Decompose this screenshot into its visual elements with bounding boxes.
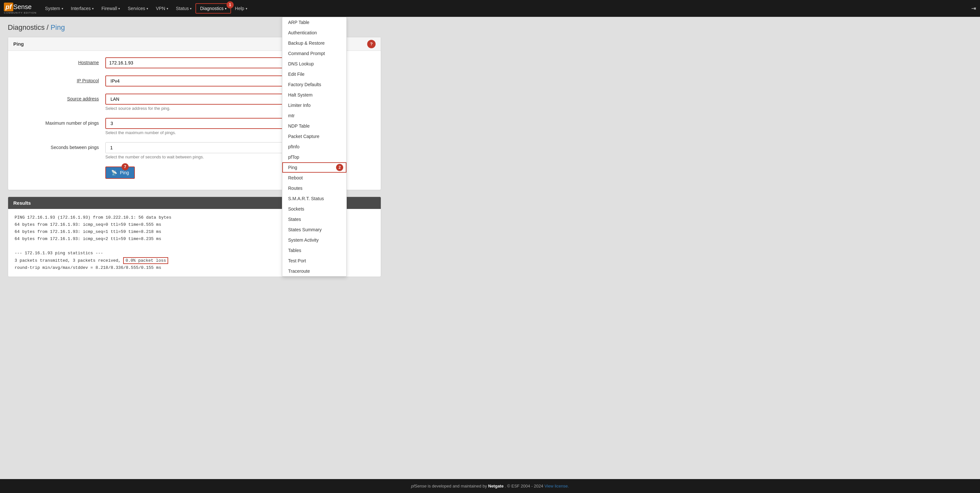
dropdown-states[interactable]: States	[282, 214, 347, 225]
chevron-down-icon: ▾	[190, 7, 191, 10]
dropdown-test-port[interactable]: Test Port	[282, 255, 347, 266]
chevron-down-icon: ▾	[118, 7, 120, 10]
dropdown-smart-status[interactable]: S.M.A.R.T. Status	[282, 193, 347, 204]
logout-button[interactable]: ⇥	[971, 5, 976, 12]
max-pings-select[interactable]: 3 5 10	[105, 118, 287, 129]
chevron-down-icon: ▾	[146, 7, 148, 10]
seconds-field-wrap: 1 2 5 Select the number of seconds to wa…	[105, 142, 287, 159]
seconds-pings-label: Seconds between pings	[14, 142, 105, 150]
dropdown-limiter-info[interactable]: Limiter Info	[282, 100, 347, 111]
nav-status[interactable]: Status ▾	[172, 4, 196, 13]
nav-services[interactable]: Services ▾	[124, 4, 152, 13]
dropdown-command-prompt[interactable]: Command Prompt	[282, 48, 347, 59]
nav-interfaces[interactable]: Interfaces ▾	[67, 4, 97, 13]
max-pings-field-wrap: 3 5 10 6 Select the maximum number of pi…	[105, 118, 287, 135]
source-address-label: Source address	[14, 94, 105, 101]
ip-protocol-field-wrap: IPv4 IPv6 4	[105, 76, 287, 87]
max-pings-label: Maximum number of pings	[14, 118, 105, 126]
nav-vpn[interactable]: VPN ▾	[152, 4, 172, 13]
dropdown-system-activity[interactable]: System Activity	[282, 235, 347, 245]
chevron-down-icon: ▾	[62, 7, 63, 10]
source-address-help: Select source address for the ping.	[105, 106, 287, 111]
ping-signal-icon: 📡	[111, 170, 117, 176]
badge-2: 2	[336, 164, 343, 171]
dropdown-halt-system[interactable]: Halt System	[282, 90, 347, 100]
dropdown-arp-table[interactable]: ARP Table	[282, 17, 347, 27]
dropdown-ndp-table[interactable]: NDP Table	[282, 121, 347, 131]
dropdown-factory-defaults[interactable]: Factory Defaults	[282, 79, 347, 90]
nav-diagnostics[interactable]: Diagnostics ▾ 1	[196, 3, 231, 14]
dropdown-reboot[interactable]: Reboot	[282, 173, 347, 183]
hostname-field-wrap: 3	[105, 57, 287, 68]
help-icon[interactable]: ?	[367, 40, 375, 48]
footer-netgate: Netgate	[488, 483, 504, 488]
ip-protocol-select[interactable]: IPv4 IPv6	[105, 76, 287, 87]
dropdown-backup-restore[interactable]: Backup & Restore	[282, 38, 347, 48]
source-address-select[interactable]: LAN	[105, 94, 287, 105]
badge-7: 7	[121, 163, 129, 170]
seconds-help: Select the number of seconds to wait bet…	[105, 154, 287, 159]
ping-button-wrap: 📡 Ping 7	[105, 166, 287, 179]
dropdown-traceroute[interactable]: Traceroute	[282, 266, 347, 276]
dropdown-edit-file[interactable]: Edit File	[282, 69, 347, 79]
ip-protocol-label: IP Protocol	[14, 76, 105, 83]
dropdown-ping[interactable]: Ping 2	[282, 162, 347, 173]
badge-1: 1	[226, 1, 234, 8]
dropdown-tables[interactable]: Tables	[282, 245, 347, 255]
hostname-input[interactable]	[105, 57, 287, 68]
footer-license-link[interactable]: View license.	[544, 483, 569, 488]
logo-sense: Sense	[13, 3, 32, 11]
dropdown-routes[interactable]: Routes	[282, 183, 347, 193]
navbar: pfSense COMMUNITY EDITION System ▾ Inter…	[0, 0, 980, 17]
seconds-select[interactable]: 1 2 5	[105, 142, 287, 153]
nav-firewall[interactable]: Firewall ▾	[97, 4, 124, 13]
dropdown-authentication[interactable]: Authentication	[282, 27, 347, 38]
logo-pf: pf	[4, 3, 13, 11]
source-address-field-wrap: LAN 5 Select source address for the ping…	[105, 94, 287, 111]
dropdown-mtr[interactable]: mtr	[282, 111, 347, 121]
dropdown-dns-lookup[interactable]: DNS Lookup	[282, 59, 347, 69]
logo-edition: COMMUNITY EDITION	[4, 11, 37, 14]
nav-menu: System ▾ Interfaces ▾ Firewall ▾ Service…	[41, 3, 971, 14]
dropdown-sockets[interactable]: Sockets	[282, 204, 347, 214]
brand-logo: pfSense COMMUNITY EDITION	[4, 3, 41, 14]
diagnostics-dropdown: ARP Table Authentication Backup & Restor…	[282, 17, 347, 277]
dropdown-states-summary[interactable]: States Summary	[282, 225, 347, 235]
footer: pfSense is developed and maintained by N…	[0, 479, 980, 493]
chevron-down-icon: ▾	[246, 7, 247, 10]
chevron-down-icon: ▾	[167, 7, 168, 10]
dropdown-pftop[interactable]: pfTop	[282, 152, 347, 162]
ping-panel-title: Ping	[13, 41, 24, 47]
ping-button[interactable]: 📡 Ping	[105, 166, 135, 179]
chevron-down-icon: ▾	[225, 7, 226, 10]
packet-loss-highlight: 0.0% packet loss	[123, 257, 168, 264]
dropdown-packet-capture[interactable]: Packet Capture	[282, 131, 347, 141]
max-pings-help: Select the maximum number of pings.	[105, 130, 287, 135]
hostname-label: Hostname	[14, 57, 105, 65]
nav-help[interactable]: Help ▾	[231, 4, 251, 13]
chevron-down-icon: ▾	[92, 7, 94, 10]
dropdown-pfinfo[interactable]: pfInfo	[282, 141, 347, 152]
nav-system[interactable]: System ▾	[41, 4, 67, 13]
